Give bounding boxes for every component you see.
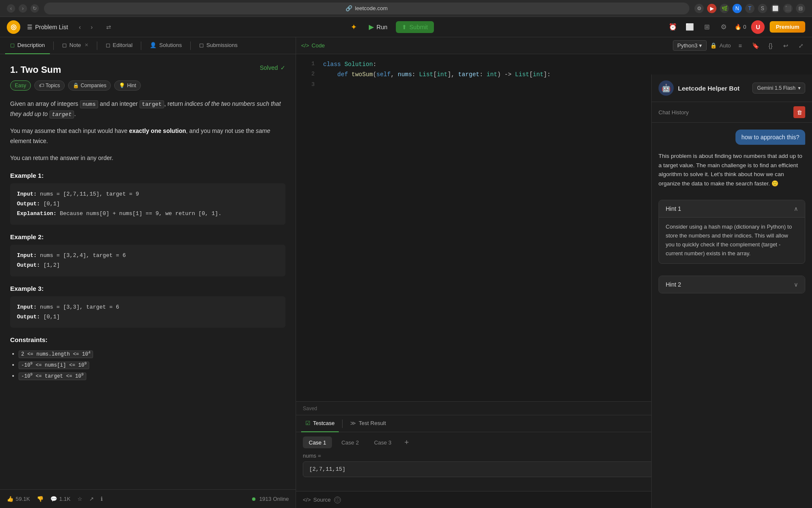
star-icon: ☆ bbox=[77, 496, 82, 502]
ai-avatar-icon: 🤖 bbox=[661, 83, 671, 93]
language-selector[interactable]: Python3 ▾ bbox=[673, 40, 707, 51]
url-text: leetcode.com bbox=[355, 5, 387, 11]
ai-title: Leetcode Helper Bot bbox=[678, 85, 740, 92]
ai-model-selector[interactable]: Gemini 1.5 Flash ▾ bbox=[752, 83, 805, 94]
main-layout: ◻ Description ◻ Note ✕ ◻ Editorial 👤 Sol… bbox=[0, 37, 812, 508]
like-icon: 👍 bbox=[7, 496, 14, 502]
user-avatar[interactable]: U bbox=[751, 20, 765, 34]
fire-icon: 🔥 bbox=[735, 24, 741, 30]
expand-icon[interactable]: ⤢ bbox=[795, 40, 807, 52]
spark-icon[interactable]: ✦ bbox=[347, 20, 360, 34]
settings-icon[interactable]: ⚙ bbox=[718, 21, 730, 33]
tab-description[interactable]: ◻ Description bbox=[5, 37, 50, 54]
premium-button[interactable]: Premium bbox=[770, 21, 805, 33]
line-number-1: 1 bbox=[301, 60, 315, 69]
difficulty-tag[interactable]: Easy bbox=[10, 80, 31, 91]
hint-tag[interactable]: 💡 Hint bbox=[114, 80, 140, 91]
likes-stat[interactable]: 👍 59.1K bbox=[7, 496, 30, 502]
companies-icon: 🔒 bbox=[73, 83, 79, 88]
hint-1-card: Hint 1 ∧ Consider using a hash map (dict… bbox=[658, 200, 805, 263]
info-stat[interactable]: ℹ bbox=[101, 496, 103, 502]
auto-selector[interactable]: 🔒 Auto bbox=[710, 42, 731, 49]
code-line-1: 1 class Solution: bbox=[296, 59, 812, 69]
topics-tag[interactable]: 🏷 Topics bbox=[34, 80, 65, 91]
dislikes-stat[interactable]: 👎 bbox=[37, 496, 44, 502]
shuffle-button[interactable]: ⇄ bbox=[104, 22, 114, 32]
ai-model-chevron-icon: ▾ bbox=[798, 85, 801, 91]
extension-icon-8[interactable]: ⬛ bbox=[783, 4, 793, 13]
hint-1-header[interactable]: Hint 1 ∧ bbox=[659, 200, 805, 217]
list-icon[interactable]: ≡ bbox=[734, 40, 746, 52]
testcase-tab[interactable]: ☑ Testcase bbox=[301, 415, 339, 432]
info-bottom-icon: ℹ bbox=[101, 496, 103, 502]
example-2-header: Example 2: bbox=[10, 233, 285, 240]
toolbar-center-actions: ✦ ▶ Run ⬆ Submit bbox=[347, 20, 433, 34]
source-info-icon[interactable]: ⓘ bbox=[334, 497, 341, 503]
lock-icon: 🔗 bbox=[346, 5, 352, 11]
run-label: Run bbox=[376, 24, 387, 30]
star-stat[interactable]: ☆ bbox=[77, 496, 82, 502]
problem-title-row: Solved ✓ 1. Two Sum bbox=[10, 64, 285, 75]
extension-icon-1[interactable]: ⚙ bbox=[694, 4, 704, 13]
left-panel: ◻ Description ◻ Note ✕ ◻ Editorial 👤 Sol… bbox=[0, 37, 296, 508]
code-tab[interactable]: </> Code bbox=[301, 42, 325, 49]
problem-list-button[interactable]: ☰ Problem List bbox=[27, 24, 68, 30]
testresult-tab[interactable]: ≫ Test Result bbox=[346, 415, 390, 432]
extension-icon-4[interactable]: N bbox=[732, 4, 742, 13]
note-tab-label: Note bbox=[69, 42, 81, 48]
hint-label: Hint bbox=[127, 83, 136, 88]
tab-note[interactable]: ◻ Note ✕ bbox=[57, 37, 93, 54]
source-code-icon: </> bbox=[303, 497, 311, 503]
tab-submissions[interactable]: ◻ Submissions bbox=[194, 37, 243, 54]
share-stat[interactable]: ↗ bbox=[89, 496, 94, 502]
editorial-tab-label: Editorial bbox=[113, 42, 133, 48]
address-bar[interactable]: 🔗 leetcode.com bbox=[44, 3, 689, 14]
fire-count-value: 0 bbox=[743, 24, 746, 30]
editorial-tab-icon: ◻ bbox=[106, 42, 110, 48]
extension-icon-9[interactable]: ⊟ bbox=[796, 4, 805, 13]
comments-stat[interactable]: 💬 1.1K bbox=[50, 496, 71, 502]
alarm-icon[interactable]: ⏰ bbox=[667, 21, 679, 33]
extension-icon-7[interactable]: ⬜ bbox=[771, 4, 780, 13]
tab-solutions[interactable]: 👤 Solutions bbox=[145, 37, 187, 54]
menu-icon: ☰ bbox=[27, 24, 33, 30]
note-close-icon[interactable]: ✕ bbox=[85, 42, 88, 48]
case-1-button[interactable]: Case 1 bbox=[303, 436, 332, 448]
extension-icon-6[interactable]: S bbox=[758, 4, 767, 13]
stop-icon[interactable]: ⬜ bbox=[684, 21, 696, 33]
tab-editorial[interactable]: ◻ Editorial bbox=[101, 37, 138, 54]
description-tab-icon: ◻ bbox=[10, 42, 15, 48]
testcase-label: Testcase bbox=[313, 420, 335, 426]
grid-icon[interactable]: ⊞ bbox=[701, 21, 713, 33]
testresult-icon: ≫ bbox=[350, 420, 356, 426]
submit-button[interactable]: ⬆ Submit bbox=[396, 21, 434, 33]
online-stat: 1913 Online bbox=[252, 496, 289, 502]
back-browser-btn[interactable]: ‹ bbox=[7, 4, 15, 13]
extension-icon-5[interactable]: T bbox=[745, 4, 754, 13]
case-3-button[interactable]: Case 3 bbox=[368, 436, 397, 448]
refresh-browser-btn[interactable]: ↻ bbox=[30, 4, 39, 13]
problem-title: 1. Two Sum bbox=[10, 64, 285, 75]
add-case-button[interactable]: + bbox=[401, 436, 413, 448]
nav-forward-arrow[interactable]: › bbox=[87, 22, 97, 32]
braces-icon[interactable]: {} bbox=[765, 40, 776, 52]
code-tab-label-text: Code bbox=[312, 42, 325, 49]
bookmark-icon[interactable]: 🔖 bbox=[749, 40, 761, 52]
companies-tag[interactable]: 🔒 Companies bbox=[68, 80, 111, 91]
clear-history-button[interactable]: 🗑 bbox=[793, 106, 805, 118]
logo-button[interactable]: ◎ bbox=[7, 20, 20, 34]
case-2-button[interactable]: Case 2 bbox=[335, 436, 365, 448]
testresult-label: Test Result bbox=[359, 420, 386, 426]
solved-badge: Solved ✓ bbox=[260, 64, 285, 71]
extension-icon-2[interactable]: ▶ bbox=[707, 4, 716, 13]
extension-icon-3[interactable]: 🌿 bbox=[720, 4, 729, 13]
hint-1-chevron-icon: ∧ bbox=[794, 205, 798, 212]
nav-back-arrow[interactable]: ‹ bbox=[75, 22, 85, 32]
trash-icon: 🗑 bbox=[797, 109, 802, 116]
undo-icon[interactable]: ↩ bbox=[780, 40, 792, 52]
constraint-3: -109 <= target <= 109 bbox=[19, 370, 285, 381]
forward-browser-btn[interactable]: › bbox=[19, 4, 27, 13]
tab-divider-4 bbox=[190, 41, 191, 50]
run-button[interactable]: ▶ Run bbox=[364, 20, 392, 33]
hint-2-header[interactable]: Hint 2 ∨ bbox=[659, 276, 805, 293]
